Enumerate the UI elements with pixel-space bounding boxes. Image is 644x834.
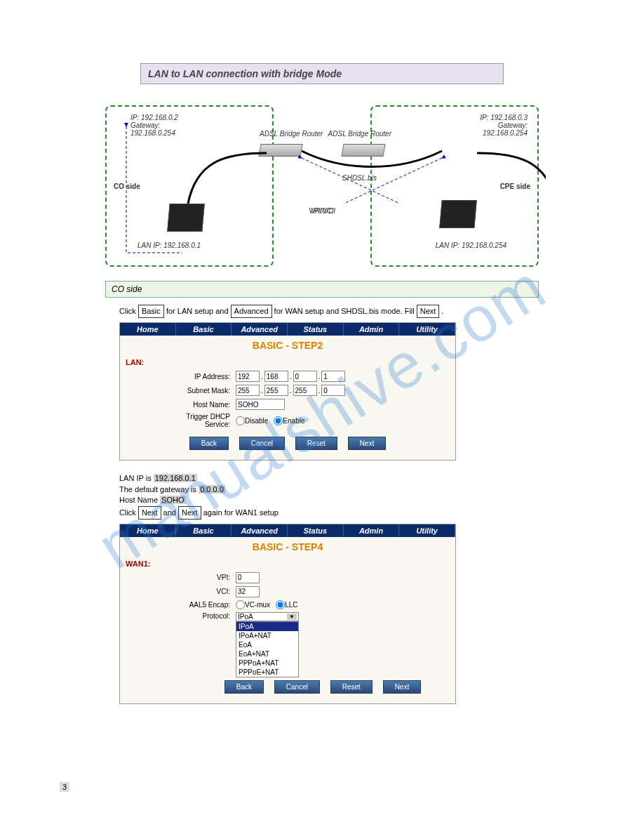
computer-left: [167, 204, 204, 232]
protocol-option-ipoa-nat[interactable]: IPoA+NAT: [236, 631, 298, 640]
panel2-section: WAN1:: [120, 557, 455, 571]
mid-l4-b: and: [163, 508, 176, 517]
panel1-section: LAN:: [120, 355, 455, 369]
dhcp-enable-radio[interactable]: [274, 416, 283, 425]
protocol-option-eoa-nat[interactable]: EoA+NAT: [236, 649, 298, 658]
mid-l3-b: SOHO: [160, 496, 185, 504]
right-vpi-label: VPI/VCI: [310, 207, 335, 215]
dhcp-disable-radio[interactable]: [236, 416, 245, 425]
tab2-advanced[interactable]: Advanced: [232, 524, 288, 537]
cancel2-button[interactable]: Cancel: [274, 680, 320, 694]
cancel-button[interactable]: Cancel: [239, 437, 285, 450]
tab-basic[interactable]: Basic: [176, 323, 232, 336]
aal-llc-label: LLC: [285, 601, 297, 609]
row-host: Host Name:: [120, 397, 455, 411]
tab-utility[interactable]: Utility: [399, 323, 455, 336]
panel1-buttons: Back Cancel Reset Next: [120, 430, 455, 460]
panel2-tabs: Home Basic Advanced Status Admin Utility: [120, 524, 455, 537]
router-right: [341, 144, 385, 157]
left-ip-label: IP: 192.168.0.2 Gateway: 192.168.0.254: [130, 114, 178, 137]
protocol-option-eoa[interactable]: EoA: [236, 640, 298, 649]
next2-button[interactable]: Next: [383, 680, 422, 694]
mid-l1-b: 192.168.0.1: [154, 474, 197, 482]
instr-1: Click Basic for LAN setup and Advanced f…: [119, 305, 525, 318]
ip-octet-1[interactable]: [236, 371, 260, 382]
mid-l3: Host Name SOHO: [119, 495, 525, 505]
step-co-side: CO side: [105, 281, 539, 298]
mask-octet-1[interactable]: [236, 385, 260, 396]
instr-box-next: Next: [417, 305, 440, 318]
host-input[interactable]: [236, 399, 285, 410]
left-lan-label: LAN IP: 192.168.0.1: [137, 241, 201, 249]
reset2-button[interactable]: Reset: [330, 680, 373, 694]
right-router-label: ADSL Bridge Router: [328, 130, 391, 138]
panel2-buttons: Back Cancel Reset Next: [190, 679, 455, 703]
ip-octet-2[interactable]: [264, 371, 288, 382]
aal-llc-radio[interactable]: [276, 600, 285, 609]
next-button[interactable]: Next: [348, 437, 387, 450]
panel-basic-step2: Home Basic Advanced Status Admin Utility…: [119, 322, 456, 461]
row-dhcp: Trigger DHCP Service: Disable Enable: [120, 411, 455, 430]
protocol-option-ipoa[interactable]: IPoA: [236, 622, 298, 631]
page-number: 3: [60, 782, 69, 792]
tab2-home[interactable]: Home: [120, 524, 176, 537]
tab2-status[interactable]: Status: [288, 524, 344, 537]
ip-octet-4[interactable]: [321, 371, 345, 382]
protocol-selected: IPoA: [238, 613, 253, 621]
label-vpi: VPI:: [169, 574, 236, 581]
panel-basic-step4: Home Basic Advanced Status Admin Utility…: [119, 524, 456, 704]
row-aal: AAL5 Encap: VC-mux LLC: [120, 599, 455, 611]
mid-l1-a: LAN IP is: [119, 474, 152, 482]
protocol-options: IPoA IPoA+NAT EoA EoA+NAT PPPoA+NAT PPPo…: [236, 621, 299, 677]
vci-input[interactable]: [236, 586, 260, 597]
tab2-admin[interactable]: Admin: [344, 524, 400, 537]
protocol-dropdown-group: IPoA ▼ IPoA IPoA+NAT EoA EoA+NAT PPPoA+N…: [236, 612, 299, 677]
mask-octet-4[interactable]: [321, 385, 345, 396]
label-vci: VCI:: [169, 588, 236, 595]
tab-home[interactable]: Home: [120, 323, 176, 336]
protocol-option-pppoe-nat[interactable]: PPPoE+NAT: [236, 668, 298, 677]
step-co-side-text: CO side: [112, 284, 142, 294]
label-dhcp: Trigger DHCP Service:: [169, 413, 236, 428]
mid-box-next-1: Next: [138, 506, 161, 519]
left-router-label: ADSL Bridge Router: [260, 130, 323, 138]
reset-button[interactable]: Reset: [295, 437, 337, 450]
instr-box-basic: Basic: [138, 305, 164, 318]
tab2-basic[interactable]: Basic: [176, 524, 232, 537]
instr-1-d: .: [441, 307, 443, 315]
tab-advanced[interactable]: Advanced: [232, 323, 288, 336]
row-protocol: Protocol: IPoA ▼ IPoA IPoA+NAT EoA EoA+N…: [120, 611, 455, 679]
panel1-tabs: Home Basic Advanced Status Admin Utility: [120, 323, 455, 336]
vpi-input[interactable]: [236, 572, 260, 583]
row-vpi: VPI:: [120, 571, 455, 585]
row-ip: IP Address: . . .: [120, 369, 455, 383]
back2-button[interactable]: Back: [224, 680, 264, 694]
network-diagram: IP: 192.168.0.2 Gateway: 192.168.0.254 I…: [98, 98, 546, 274]
instr-box-advanced: Advanced: [231, 305, 272, 318]
label-ip: IP Address:: [169, 373, 236, 380]
instr-mid: LAN IP is 192.168.0.1 The default gatewa…: [119, 473, 525, 519]
aal-vcmux-radio[interactable]: [236, 600, 245, 609]
protocol-option-pppoa-nat[interactable]: PPPoA+NAT: [236, 658, 298, 668]
instr-1-c: for WAN setup and SHDSL.bis mode. Fill: [274, 307, 415, 315]
page-title-text: LAN to LAN connection with bridge Mode: [148, 68, 342, 79]
mask-octet-2[interactable]: [264, 385, 288, 396]
right-lan-label: LAN IP: 192.168.0.254: [436, 241, 507, 249]
aal-vcmux-label: VC-mux: [245, 601, 270, 609]
panel2-heading: BASIC - STEP4: [120, 537, 455, 557]
protocol-select[interactable]: IPoA ▼: [236, 612, 299, 621]
tab-status[interactable]: Status: [288, 323, 344, 336]
mid-l4: Click Next and Next again for WAN1 setup: [119, 506, 525, 519]
router-left: [258, 144, 302, 157]
mask-octet-3[interactable]: [293, 385, 317, 396]
label-host: Host Name:: [169, 401, 236, 409]
ip-octet-3[interactable]: [293, 371, 317, 382]
back-button[interactable]: Back: [189, 437, 229, 450]
label-mask: Subnet Mask:: [169, 387, 236, 395]
tab-admin[interactable]: Admin: [344, 323, 400, 336]
mid-l3-a: Host Name: [119, 496, 158, 504]
computer-right: [439, 200, 476, 228]
instr-1-a: Click: [119, 307, 136, 315]
tab2-utility[interactable]: Utility: [399, 524, 455, 537]
label-protocol: Protocol:: [169, 612, 236, 620]
